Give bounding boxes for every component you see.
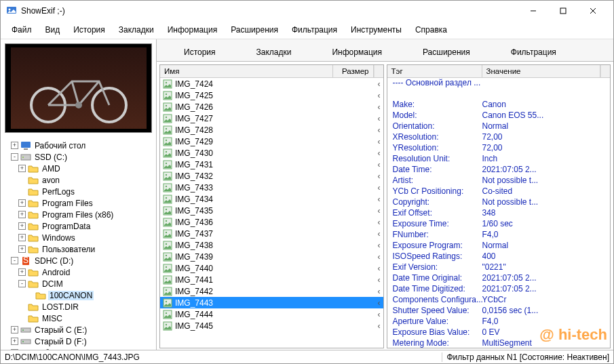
expand-icon[interactable]: + bbox=[18, 268, 26, 276]
tree-node[interactable]: -SSD (C:) bbox=[3, 151, 156, 163]
file-row[interactable]: IMG_7432‹ bbox=[160, 170, 383, 182]
col-size[interactable]: Размер bbox=[333, 65, 374, 77]
exif-row[interactable]: Aperture Value:F4,0 bbox=[387, 317, 611, 327]
exif-row[interactable]: Date Time:2021:07:05 2... bbox=[387, 165, 611, 176]
tree-node[interactable]: +Android bbox=[3, 266, 156, 278]
file-row[interactable]: IMG_7424‹ bbox=[160, 78, 383, 89]
tree-node[interactable]: +AMD bbox=[3, 163, 156, 174]
exif-row[interactable]: Resolution Unit:Inch bbox=[387, 154, 611, 165]
tree-node[interactable]: -SDSDHC (D:) bbox=[3, 255, 156, 266]
file-row[interactable]: IMG_7444‹ bbox=[160, 308, 383, 320]
tree-node[interactable]: PerfLogs bbox=[3, 186, 156, 197]
minimize-button[interactable] bbox=[518, 3, 548, 19]
file-row[interactable]: IMG_7441‹ bbox=[160, 274, 383, 285]
file-row[interactable]: IMG_7442‹ bbox=[160, 285, 383, 297]
close-button[interactable] bbox=[578, 3, 608, 19]
expand-icon[interactable]: - bbox=[18, 280, 26, 287]
menu-Вид[interactable]: Вид bbox=[39, 22, 67, 37]
exif-row[interactable]: Make:Canon bbox=[387, 100, 611, 110]
maximize-button[interactable] bbox=[548, 3, 578, 19]
tree-node[interactable]: +Старый D (F:) bbox=[3, 336, 156, 347]
exif-row[interactable]: Exposure Bias Value:0 EV bbox=[387, 327, 611, 338]
exif-row[interactable]: YCb Cr Positioning:Co-sited bbox=[387, 186, 611, 197]
menu-Закладки[interactable]: Закладки bbox=[112, 22, 161, 37]
menu-Файл[interactable]: Файл bbox=[5, 22, 39, 37]
exif-row[interactable]: Orientation:Normal bbox=[387, 121, 611, 132]
expand-icon[interactable]: - bbox=[11, 257, 18, 264]
exif-row[interactable]: Exif Version:"0221" bbox=[387, 262, 611, 273]
tab-Информация[interactable]: Информация bbox=[325, 43, 388, 61]
expand-icon[interactable]: + bbox=[18, 165, 26, 172]
file-row[interactable]: IMG_7427‹ bbox=[160, 113, 383, 124]
expand-icon[interactable]: + bbox=[18, 234, 26, 241]
menu-Информация[interactable]: Информация bbox=[161, 22, 224, 37]
file-row[interactable]: IMG_7428‹ bbox=[160, 124, 383, 136]
menu-Инструменты[interactable]: Инструменты bbox=[344, 22, 408, 37]
tree-node[interactable]: +Рабочий стол bbox=[3, 140, 156, 151]
menu-История[interactable]: История bbox=[66, 22, 112, 37]
scrollbar[interactable] bbox=[600, 65, 610, 77]
file-row[interactable]: IMG_7439‹ bbox=[160, 251, 383, 262]
exif-row[interactable]: Shutter Speed Value:0,0156 sec (1... bbox=[387, 306, 611, 317]
tab-Расширения[interactable]: Расширения bbox=[416, 43, 477, 61]
exif-row[interactable]: Components Configura...YCbCr bbox=[387, 295, 611, 306]
tree-node[interactable]: +ProgramData bbox=[3, 220, 156, 232]
tab-История[interactable]: История bbox=[177, 43, 223, 61]
file-row[interactable]: IMG_7437‹ bbox=[160, 228, 383, 239]
expand-icon[interactable]: + bbox=[11, 326, 18, 333]
exif-row[interactable]: Metering Mode:MultiSegment bbox=[387, 338, 611, 348]
menu-Фильтрация[interactable]: Фильтрация bbox=[285, 22, 344, 37]
expand-icon[interactable]: + bbox=[18, 245, 26, 253]
tree-node[interactable]: +Windows bbox=[3, 232, 156, 243]
tab-Закладки[interactable]: Закладки bbox=[250, 43, 299, 61]
file-row[interactable]: IMG_7429‹ bbox=[160, 136, 383, 147]
tree-node[interactable]: LOST.DIR bbox=[3, 301, 156, 312]
col-tag[interactable]: Тэг bbox=[387, 65, 482, 77]
tree-node[interactable]: +Старый С (E:) bbox=[3, 324, 156, 336]
tree-node[interactable]: avon bbox=[3, 174, 156, 186]
expand-icon[interactable]: + bbox=[11, 338, 18, 345]
exif-row[interactable]: ISOSpeed Ratings:400 bbox=[387, 251, 611, 262]
exif-row[interactable]: Exposure Program:Normal bbox=[387, 241, 611, 251]
tree-node[interactable]: +Пользователи bbox=[3, 243, 156, 255]
col-name[interactable]: Имя bbox=[160, 65, 333, 77]
tree-node[interactable]: +Program Files (x86) bbox=[3, 209, 156, 220]
file-row[interactable]: IMG_7440‹ bbox=[160, 262, 383, 274]
scrollbar[interactable] bbox=[374, 65, 383, 77]
expand-icon[interactable]: + bbox=[18, 199, 26, 207]
exif-row[interactable]: FNumber:F4,0 bbox=[387, 230, 611, 241]
exif-row[interactable]: Date Time Original:2021:07:05 2... bbox=[387, 273, 611, 284]
expand-icon[interactable]: + bbox=[11, 142, 18, 149]
exif-row[interactable]: XResolution:72,00 bbox=[387, 132, 611, 143]
exif-row[interactable]: Date Time Digitized:2021:07:05 2... bbox=[387, 284, 611, 295]
file-row[interactable]: IMG_7436‹ bbox=[160, 216, 383, 228]
file-row[interactable]: IMG_7435‹ bbox=[160, 205, 383, 216]
col-value[interactable]: Значение bbox=[482, 65, 601, 77]
expand-icon[interactable]: + bbox=[18, 211, 26, 218]
file-row[interactable]: IMG_7438‹ bbox=[160, 239, 383, 251]
tree-node[interactable]: 100CANON bbox=[3, 289, 156, 301]
file-row[interactable]: IMG_7434‹ bbox=[160, 193, 383, 205]
expand-icon[interactable]: + bbox=[18, 222, 26, 230]
menu-Справка[interactable]: Справка bbox=[408, 22, 454, 37]
file-row[interactable]: IMG_7426‹ bbox=[160, 101, 383, 113]
file-row[interactable]: IMG_7433‹ bbox=[160, 182, 383, 193]
tree-node[interactable]: +Program Files bbox=[3, 197, 156, 209]
file-row[interactable]: IMG_7445‹ bbox=[160, 320, 383, 331]
exif-row[interactable]: Copyright:Not possible t... bbox=[387, 197, 611, 208]
file-row[interactable]: IMG_7430‹ bbox=[160, 147, 383, 159]
exif-row[interactable]: YResolution:72,00 bbox=[387, 143, 611, 154]
tree-node[interactable]: -DCIM bbox=[3, 278, 156, 289]
exif-row[interactable]: Exif Offset:348 bbox=[387, 208, 611, 219]
folder-tree[interactable]: +Рабочий стол-SSD (C:)+AMDavonPerfLogs+P… bbox=[1, 137, 156, 350]
file-row[interactable]: IMG_7431‹ bbox=[160, 159, 383, 170]
tree-node[interactable]: MISC bbox=[3, 312, 156, 324]
exif-row[interactable]: Model:Canon EOS 55... bbox=[387, 110, 611, 121]
file-row[interactable]: IMG_7443‹ bbox=[160, 297, 383, 308]
exif-row[interactable]: Exposure Time:1/60 sec bbox=[387, 219, 611, 230]
menu-Расширения[interactable]: Расширения bbox=[224, 22, 285, 37]
expand-icon[interactable]: - bbox=[11, 153, 18, 161]
file-row[interactable]: IMG_7425‹ bbox=[160, 89, 383, 101]
tab-Фильтрация[interactable]: Фильтрация bbox=[504, 43, 563, 61]
exif-row[interactable]: Artist:Not possible t... bbox=[387, 176, 611, 186]
